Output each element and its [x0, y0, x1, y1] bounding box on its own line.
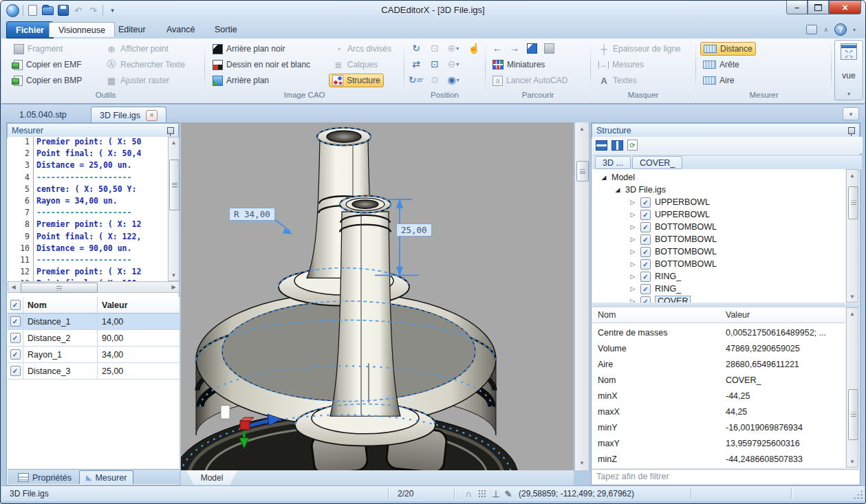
scroll-down-icon[interactable]: ▼ — [169, 271, 179, 280]
props-column-valeur[interactable]: Valeur — [723, 310, 845, 320]
column-header-valeur[interactable]: Valeur — [98, 297, 180, 313]
tab-sortie[interactable]: Sortie — [206, 22, 246, 36]
zoom-out-button[interactable]: ⊖▾ — [446, 57, 461, 71]
scroll-down-icon[interactable]: ▼ — [847, 457, 858, 465]
splitter-grip[interactable] — [576, 161, 589, 182]
splitter-down-icon[interactable]: ▼ — [576, 459, 587, 467]
props-row[interactable]: Aire28680,6549611221 — [592, 356, 845, 372]
breadcrumb-cover[interactable]: COVER_ — [632, 156, 682, 169]
measure-log[interactable]: 1Premier point: ( X: 50 2Point final: ( … — [8, 137, 168, 281]
back-button[interactable]: ← — [490, 41, 505, 55]
scroll-down-icon[interactable]: ▼ — [847, 292, 858, 300]
tree-item[interactable]: ▷✓RING_ — [592, 270, 681, 283]
tree-checkbox[interactable]: ✓ — [640, 210, 651, 220]
search-text-button[interactable]: ⒶRechercher Texte — [103, 58, 188, 72]
viewport-splitter-strip[interactable]: ▲ ▼ — [574, 122, 589, 470]
breadcrumb-3d[interactable]: 3D ... — [595, 156, 631, 169]
layout-columns-icon[interactable] — [611, 140, 623, 151]
props-column-nom[interactable]: Nom — [592, 310, 723, 320]
splitter-up-icon[interactable]: ▲ — [576, 124, 587, 133]
panel-splitter[interactable] — [592, 303, 859, 307]
rotate-35-button[interactable]: ↻35° — [409, 73, 424, 87]
scroll-left-icon[interactable]: ◀ — [9, 282, 18, 292]
collapsed-icon[interactable]: ▷ — [629, 199, 636, 206]
tab-visionneuse[interactable]: Visionneuse — [49, 22, 115, 37]
layout-rows-icon[interactable] — [596, 140, 607, 151]
header-checkbox[interactable]: ✓ — [10, 300, 21, 310]
background-button[interactable]: Arrière plan — [210, 74, 272, 87]
collapsed-icon[interactable]: ▷ — [629, 298, 636, 303]
expanded-icon[interactable]: ◢ — [600, 174, 607, 181]
vue-button[interactable]: ↖↗↙↘ vue ▾ — [834, 40, 863, 100]
collapsed-icon[interactable]: ▷ — [629, 285, 636, 292]
table-row[interactable]: ✓ Rayon_1 34,00 — [8, 347, 180, 363]
column-header-nom[interactable]: Nom — [23, 297, 98, 313]
props-row[interactable]: minX-44,25 — [592, 388, 845, 404]
tree-item[interactable]: ▷✓BOTTOMBOWL — [592, 258, 717, 270]
viewport-3d[interactable]: R 34,00 25,00 — [181, 122, 574, 470]
tabs-chevron-button[interactable]: ▾ — [843, 107, 859, 120]
table-row[interactable]: ✓ Distance_3 25,00 — [8, 363, 180, 380]
doc-tab-stp[interactable]: 1.05.040.stp — [11, 107, 75, 122]
row-checkbox[interactable]: ✓ — [10, 349, 21, 360]
copy-bmp-button[interactable]: Copier en BMP — [11, 74, 85, 87]
editor-vscrollbar[interactable]: ▲ ▼ — [168, 137, 180, 281]
table-row[interactable]: ✓ Distance_1 14,00 — [8, 314, 180, 330]
props-row[interactable]: NomCOVER_ — [592, 372, 845, 388]
minimize-button[interactable]: – — [786, 1, 808, 14]
tree-checkbox[interactable]: ✓ — [640, 284, 651, 294]
dimension-radius-label[interactable]: R 34,00 — [229, 208, 275, 221]
fragment-button[interactable]: Fragment — [11, 42, 65, 56]
tree-item-selected[interactable]: ▷✓COVER — [592, 295, 691, 303]
scroll-right-icon[interactable]: ▶ — [169, 282, 178, 292]
collapsed-icon[interactable]: ▷ — [629, 273, 636, 280]
hide-measures-button[interactable]: ↔Mesures — [596, 58, 647, 72]
pin-icon[interactable] — [167, 127, 174, 134]
snap-magnet-icon[interactable]: ∩ — [462, 487, 475, 500]
arcs-divided-button[interactable]: ◔Arcs divisés — [330, 42, 394, 56]
bw-drawing-button[interactable]: Dessin en noir et blanc — [210, 58, 313, 72]
grid-icon[interactable] — [476, 487, 488, 500]
help-icon[interactable]: ? — [834, 23, 847, 36]
editor-hscrollbar[interactable]: ◀ ▶ — [8, 281, 180, 293]
tree-item-file[interactable]: ◢ 3D File.igs — [592, 184, 666, 196]
tree-item[interactable]: ▷✓BOTTOMBOWL — [592, 245, 717, 258]
collapsed-icon[interactable]: ▷ — [629, 261, 636, 267]
scroll-thumb[interactable] — [848, 186, 858, 219]
tree-checkbox[interactable]: ✓ — [640, 234, 651, 245]
resize-grip[interactable] — [853, 490, 863, 499]
tab-proprietes[interactable]: Propriétés — [12, 471, 78, 484]
scroll-thumb[interactable] — [21, 283, 98, 293]
fit-to-screen-button[interactable]: ⊡ — [427, 57, 442, 71]
rotate-view-button[interactable]: ↻ — [409, 41, 424, 55]
forward-button[interactable]: → — [507, 41, 522, 55]
close-button[interactable]: × — [829, 1, 861, 14]
tree-item[interactable]: ▷✓UPPERBOWL — [592, 208, 710, 221]
scroll-up-icon[interactable]: ▲ — [847, 171, 858, 179]
row-checkbox[interactable]: ✓ — [10, 366, 21, 376]
hide-texts-button[interactable]: ATextes — [596, 74, 640, 87]
dimension-distance-label[interactable]: 25,00 — [396, 223, 432, 237]
restore-view-button[interactable] — [541, 41, 556, 55]
model-sheet-tab[interactable]: Model — [186, 470, 237, 485]
fit-raster-button[interactable]: ▦Ajuster raster — [103, 74, 172, 87]
collapsed-icon[interactable]: ▷ — [629, 223, 636, 230]
filter-input[interactable] — [592, 470, 859, 483]
props-row[interactable]: Centre de masses0,00521750616489952; ... — [592, 325, 845, 340]
scroll-thumb[interactable] — [848, 389, 858, 440]
pan-button[interactable]: ☝ — [466, 41, 481, 55]
tab-fichier[interactable]: Fichier — [6, 21, 54, 39]
measure-area-button[interactable]: Aire — [700, 74, 737, 87]
orbit-3d-button[interactable]: ◉▾ — [446, 73, 461, 87]
scroll-thumb[interactable] — [169, 160, 180, 210]
props-scrollbar[interactable]: ▲ ▼ — [846, 307, 858, 468]
ortho-icon[interactable]: ⊥ — [490, 487, 502, 500]
save-view-button[interactable] — [524, 41, 539, 55]
tree-item-model[interactable]: ◢ Model — [592, 171, 635, 184]
bg-black-button[interactable]: Arrière plan noir — [210, 42, 288, 56]
props-row[interactable]: minY-16,0019069876934 — [592, 419, 845, 435]
tree-item[interactable]: ▷✓RING_ — [592, 283, 681, 295]
collapse-ribbon-icon[interactable]: ∧ — [823, 26, 828, 33]
copy-emf-button[interactable]: Copier en EMF — [11, 58, 85, 72]
props-row[interactable]: maxY13,9597925600316 — [592, 435, 845, 451]
